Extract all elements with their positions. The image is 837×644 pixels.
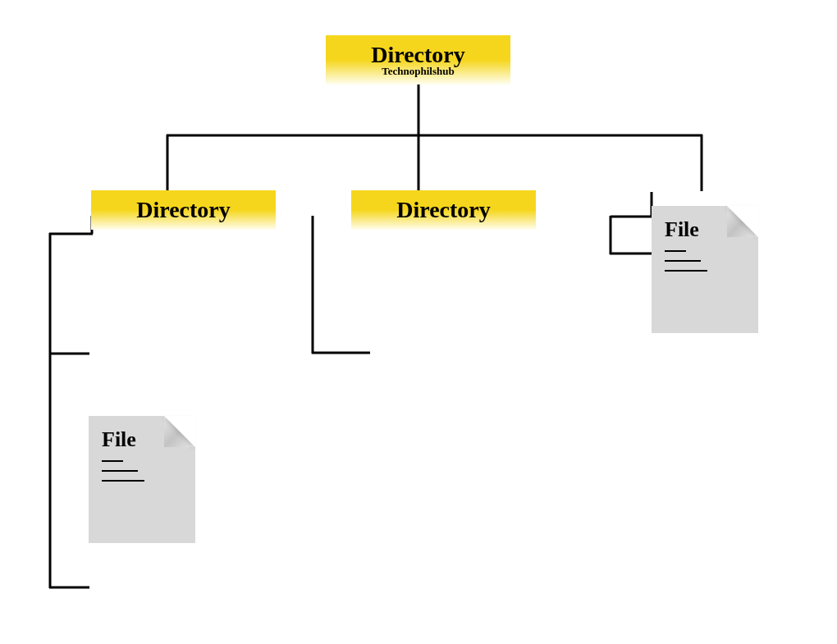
right-file: File <box>652 206 758 333</box>
left-file-1-label: File <box>102 427 182 452</box>
left-file-1: File <box>89 416 195 543</box>
file-content-lines <box>102 460 182 482</box>
middle-directory-label: Directory <box>368 197 519 223</box>
file-content-lines <box>665 250 745 272</box>
right-file-label: File <box>665 217 745 242</box>
left-directory: Directory <box>91 190 276 230</box>
left-directory-label: Directory <box>107 197 259 223</box>
root-directory: Directory Technophilshub <box>326 35 510 84</box>
file-fold-icon <box>164 416 195 447</box>
middle-directory: Directory <box>351 190 536 230</box>
file-fold-icon <box>727 206 758 237</box>
root-directory-sublabel: Technophilshub <box>342 65 494 78</box>
